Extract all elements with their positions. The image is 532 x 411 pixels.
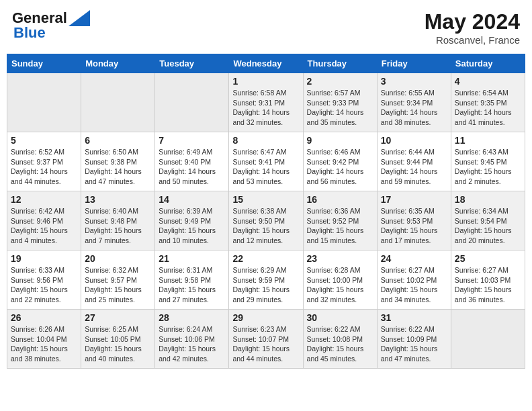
location: Roscanvel, France <box>425 34 520 46</box>
day-info: Sunrise: 6:33 AM Sunset: 9:56 PM Dayligh… <box>11 265 77 305</box>
calendar-cell: 31Sunrise: 6:22 AM Sunset: 10:09 PM Dayl… <box>377 310 451 369</box>
calendar-cell: 24Sunrise: 6:27 AM Sunset: 10:02 PM Dayl… <box>377 250 451 310</box>
day-info: Sunrise: 6:22 AM Sunset: 10:09 PM Daylig… <box>381 324 447 364</box>
weekday-header-sunday: Sunday <box>7 54 81 73</box>
calendar-cell: 10Sunrise: 6:44 AM Sunset: 9:44 PM Dayli… <box>377 132 451 191</box>
day-info: Sunrise: 6:49 AM Sunset: 9:40 PM Dayligh… <box>159 147 225 187</box>
day-info: Sunrise: 6:36 AM Sunset: 9:52 PM Dayligh… <box>307 206 373 246</box>
calendar-week-row: 5Sunrise: 6:52 AM Sunset: 9:37 PM Daylig… <box>7 132 525 191</box>
calendar-cell: 7Sunrise: 6:49 AM Sunset: 9:40 PM Daylig… <box>155 132 229 191</box>
day-number: 18 <box>455 194 521 205</box>
calendar-cell: 5Sunrise: 6:52 AM Sunset: 9:37 PM Daylig… <box>7 132 81 191</box>
day-info: Sunrise: 6:31 AM Sunset: 9:58 PM Dayligh… <box>159 265 225 305</box>
day-info: Sunrise: 6:38 AM Sunset: 9:50 PM Dayligh… <box>232 206 299 246</box>
day-info: Sunrise: 6:57 AM Sunset: 9:33 PM Dayligh… <box>307 88 373 128</box>
day-number: 9 <box>307 135 373 146</box>
page-header: General Blue May 2024 Roscanvel, France <box>7 7 525 48</box>
calendar-cell: 22Sunrise: 6:29 AM Sunset: 9:59 PM Dayli… <box>229 250 303 310</box>
day-number: 16 <box>307 194 373 205</box>
day-number: 11 <box>455 135 521 146</box>
calendar-cell: 20Sunrise: 6:32 AM Sunset: 9:57 PM Dayli… <box>81 250 155 310</box>
day-info: Sunrise: 6:22 AM Sunset: 10:08 PM Daylig… <box>307 324 373 364</box>
day-info: Sunrise: 6:39 AM Sunset: 9:49 PM Dayligh… <box>159 206 225 246</box>
day-info: Sunrise: 6:32 AM Sunset: 9:57 PM Dayligh… <box>85 265 151 305</box>
day-number: 5 <box>11 135 77 146</box>
day-info: Sunrise: 6:40 AM Sunset: 9:48 PM Dayligh… <box>85 206 151 246</box>
day-info: Sunrise: 6:25 AM Sunset: 10:05 PM Daylig… <box>85 324 151 364</box>
day-info: Sunrise: 6:29 AM Sunset: 9:59 PM Dayligh… <box>232 265 299 305</box>
day-number: 10 <box>381 135 447 146</box>
calendar-cell: 13Sunrise: 6:40 AM Sunset: 9:48 PM Dayli… <box>81 191 155 250</box>
calendar-cell: 26Sunrise: 6:26 AM Sunset: 10:04 PM Dayl… <box>7 310 81 369</box>
day-number: 8 <box>232 135 299 146</box>
calendar-cell: 8Sunrise: 6:47 AM Sunset: 9:41 PM Daylig… <box>229 132 303 191</box>
day-number: 27 <box>85 312 151 323</box>
logo-icon <box>69 10 90 26</box>
calendar-cell: 1Sunrise: 6:58 AM Sunset: 9:31 PM Daylig… <box>229 73 303 132</box>
logo-general: General <box>12 9 67 26</box>
calendar-cell: 11Sunrise: 6:43 AM Sunset: 9:45 PM Dayli… <box>451 132 525 191</box>
day-info: Sunrise: 6:46 AM Sunset: 9:42 PM Dayligh… <box>307 147 373 187</box>
day-info: Sunrise: 6:27 AM Sunset: 10:03 PM Daylig… <box>455 265 521 305</box>
calendar-cell: 17Sunrise: 6:35 AM Sunset: 9:53 PM Dayli… <box>377 191 451 250</box>
calendar-cell: 3Sunrise: 6:55 AM Sunset: 9:34 PM Daylig… <box>377 73 451 132</box>
day-number: 21 <box>159 253 225 264</box>
weekday-header-friday: Friday <box>377 54 451 73</box>
day-info: Sunrise: 6:50 AM Sunset: 9:38 PM Dayligh… <box>85 147 151 187</box>
day-info: Sunrise: 6:52 AM Sunset: 9:37 PM Dayligh… <box>11 147 77 187</box>
calendar-cell: 12Sunrise: 6:42 AM Sunset: 9:46 PM Dayli… <box>7 191 81 250</box>
calendar-cell: 18Sunrise: 6:34 AM Sunset: 9:54 PM Dayli… <box>451 191 525 250</box>
calendar-cell: 25Sunrise: 6:27 AM Sunset: 10:03 PM Dayl… <box>451 250 525 310</box>
weekday-header-row: SundayMondayTuesdayWednesdayThursdayFrid… <box>7 54 525 73</box>
calendar-week-row: 26Sunrise: 6:26 AM Sunset: 10:04 PM Dayl… <box>7 310 525 369</box>
weekday-header-tuesday: Tuesday <box>155 54 229 73</box>
calendar-cell: 30Sunrise: 6:22 AM Sunset: 10:08 PM Dayl… <box>303 310 377 369</box>
day-number: 17 <box>381 194 447 205</box>
day-number: 2 <box>307 76 373 87</box>
day-number: 28 <box>159 312 225 323</box>
weekday-header-thursday: Thursday <box>303 54 377 73</box>
day-info: Sunrise: 6:27 AM Sunset: 10:02 PM Daylig… <box>381 265 447 305</box>
calendar-week-row: 19Sunrise: 6:33 AM Sunset: 9:56 PM Dayli… <box>7 250 525 310</box>
day-number: 7 <box>159 135 225 146</box>
calendar-cell <box>7 73 81 132</box>
calendar-cell: 2Sunrise: 6:57 AM Sunset: 9:33 PM Daylig… <box>303 73 377 132</box>
calendar-cell: 28Sunrise: 6:24 AM Sunset: 10:06 PM Dayl… <box>155 310 229 369</box>
day-number: 26 <box>11 312 77 323</box>
calendar-cell: 29Sunrise: 6:23 AM Sunset: 10:07 PM Dayl… <box>229 310 303 369</box>
calendar-table: SundayMondayTuesdayWednesdayThursdayFrid… <box>7 54 525 369</box>
day-number: 12 <box>11 194 77 205</box>
weekday-header-monday: Monday <box>81 54 155 73</box>
day-info: Sunrise: 6:43 AM Sunset: 9:45 PM Dayligh… <box>455 147 521 187</box>
day-info: Sunrise: 6:42 AM Sunset: 9:46 PM Dayligh… <box>11 206 77 246</box>
day-info: Sunrise: 6:44 AM Sunset: 9:44 PM Dayligh… <box>381 147 447 187</box>
day-info: Sunrise: 6:54 AM Sunset: 9:35 PM Dayligh… <box>455 88 521 128</box>
calendar-cell: 27Sunrise: 6:25 AM Sunset: 10:05 PM Dayl… <box>81 310 155 369</box>
day-number: 24 <box>381 253 447 264</box>
day-info: Sunrise: 6:34 AM Sunset: 9:54 PM Dayligh… <box>455 206 521 246</box>
day-number: 31 <box>381 312 447 323</box>
day-number: 29 <box>232 312 299 323</box>
day-number: 1 <box>232 76 299 87</box>
svg-marker-0 <box>69 10 90 26</box>
day-number: 14 <box>159 194 225 205</box>
calendar-cell: 4Sunrise: 6:54 AM Sunset: 9:35 PM Daylig… <box>451 73 525 132</box>
weekday-header-wednesday: Wednesday <box>229 54 303 73</box>
calendar-cell: 14Sunrise: 6:39 AM Sunset: 9:49 PM Dayli… <box>155 191 229 250</box>
day-info: Sunrise: 6:24 AM Sunset: 10:06 PM Daylig… <box>159 324 225 364</box>
day-info: Sunrise: 6:55 AM Sunset: 9:34 PM Dayligh… <box>381 88 447 128</box>
day-number: 13 <box>85 194 151 205</box>
calendar-cell <box>155 73 229 132</box>
day-number: 20 <box>85 253 151 264</box>
day-info: Sunrise: 6:26 AM Sunset: 10:04 PM Daylig… <box>11 324 77 364</box>
title-block: May 2024 Roscanvel, France <box>425 9 520 46</box>
logo: General Blue <box>12 9 90 42</box>
day-number: 25 <box>455 253 521 264</box>
calendar-cell: 21Sunrise: 6:31 AM Sunset: 9:58 PM Dayli… <box>155 250 229 310</box>
day-info: Sunrise: 6:35 AM Sunset: 9:53 PM Dayligh… <box>381 206 447 246</box>
day-number: 4 <box>455 76 521 87</box>
calendar-week-row: 1Sunrise: 6:58 AM Sunset: 9:31 PM Daylig… <box>7 73 525 132</box>
day-number: 3 <box>381 76 447 87</box>
calendar-cell: 6Sunrise: 6:50 AM Sunset: 9:38 PM Daylig… <box>81 132 155 191</box>
weekday-header-saturday: Saturday <box>451 54 525 73</box>
